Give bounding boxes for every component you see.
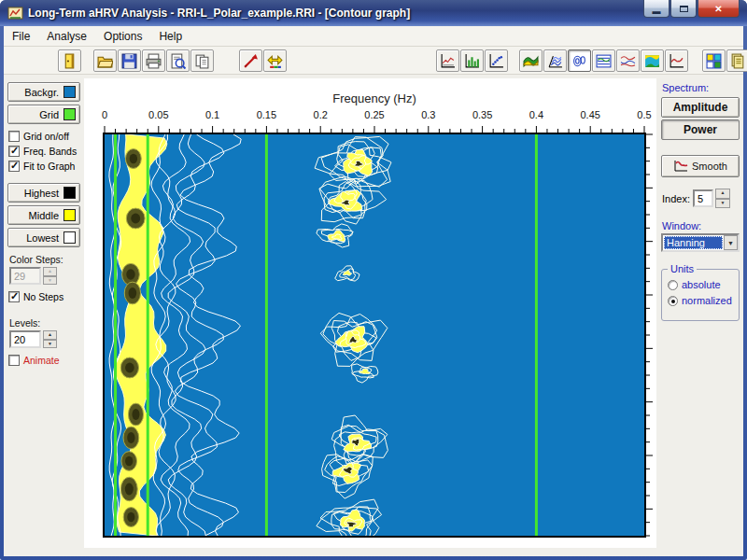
index-down-icon[interactable]: ▼: [715, 199, 730, 209]
bar-chart-view-button[interactable]: [460, 49, 484, 72]
contour-plot: [105, 134, 644, 536]
index-input[interactable]: [693, 189, 713, 207]
lowest-color-button[interactable]: Lowest: [7, 228, 80, 247]
levels-spinner[interactable]: ▲▼: [43, 330, 57, 348]
grid-color-swatch: [63, 108, 76, 120]
minimize-button[interactable]: ▬: [643, 0, 669, 18]
amplitude-button[interactable]: Amplitude: [661, 97, 740, 118]
copy-button[interactable]: [190, 49, 214, 72]
menu-options[interactable]: Options: [95, 27, 150, 46]
preview-button[interactable]: [166, 49, 190, 72]
plot-background: [105, 134, 644, 536]
lf-core-center: [125, 483, 134, 496]
normalized-radio-label: normalized: [682, 295, 732, 306]
animate-box: [8, 355, 20, 366]
window-dropdown[interactable]: Hanning ▼: [661, 233, 740, 252]
middle-button-label: Middle: [29, 210, 59, 221]
levels-down-icon[interactable]: ▼: [43, 340, 57, 349]
animate-checkbox[interactable]: Animate: [8, 355, 60, 366]
window-label: Window:: [662, 220, 701, 231]
absolute-radio-label: absolute: [682, 279, 721, 290]
lf-core-center: [132, 409, 139, 420]
stacked-lines-view-button[interactable]: [592, 49, 615, 72]
close-button[interactable]: ✕: [698, 0, 740, 18]
surface-3d-view-button[interactable]: [519, 49, 543, 72]
fit-to-graph-checkbox[interactable]: Fit to Graph: [8, 161, 75, 172]
maximize-button[interactable]: [670, 0, 697, 18]
units-absolute-radio[interactable]: absolute: [668, 279, 739, 290]
scatter-view-button[interactable]: [485, 49, 508, 72]
levels-up-icon[interactable]: ▲: [43, 330, 57, 340]
save-icon: [121, 53, 137, 69]
power-button[interactable]: Power: [661, 119, 740, 140]
levels-input[interactable]: [9, 330, 41, 348]
normalized-radio-circle: [668, 296, 678, 306]
fit-to-graph-label: Fit to Graph: [23, 161, 75, 172]
waterfall-3d-view-button[interactable]: [543, 49, 567, 72]
lf-core-center: [126, 269, 134, 280]
axis-tick-label: 0.3: [421, 109, 435, 120]
lf-core-center: [125, 363, 134, 373]
filled-contour-view-button[interactable]: [641, 49, 664, 72]
scatter-chart-icon: [488, 53, 504, 69]
print-button[interactable]: [142, 49, 165, 72]
waterfall-3d-icon: [547, 53, 563, 69]
window-title: Long-Term aHRV Analysis - RRI-L_Polar_ex…: [28, 7, 410, 20]
axis-tick-label: 0.35: [472, 109, 492, 120]
multi-line-view-button[interactable]: [616, 49, 640, 72]
freq-bands-label: Freq. Bands: [23, 146, 77, 157]
fit-scale-button[interactable]: [263, 49, 287, 72]
chevron-down-icon[interactable]: ▼: [724, 235, 738, 250]
lf-core-center: [130, 154, 137, 163]
index-label: Index:: [662, 193, 690, 204]
save-button[interactable]: [118, 49, 141, 72]
animate-label: Animate: [23, 355, 60, 366]
lowest-button-label: Lowest: [26, 232, 59, 244]
tile-windows-button[interactable]: [702, 49, 726, 72]
open-button[interactable]: [93, 49, 117, 72]
menu-bar: File Analyse Options Help: [4, 26, 743, 47]
contour-plot-frame: [103, 133, 646, 538]
no-steps-checkbox[interactable]: No Steps: [8, 291, 63, 302]
freq-bands-box: [8, 146, 20, 157]
app-window: Long-Term aHRV Analysis - RRI-L_Polar_ex…: [0, 0, 747, 560]
freq-bands-checkbox[interactable]: Freq. Bands: [8, 146, 77, 157]
right-ruler-ticks: [646, 133, 655, 538]
axis-tick-label: 0.5: [637, 109, 651, 120]
open-folder-icon: [97, 53, 113, 69]
color-steps-label: Color Steps:: [9, 254, 63, 265]
title-bar[interactable]: Long-Term aHRV Analysis - RRI-L_Polar_ex…: [0, 0, 747, 26]
background-color-button[interactable]: Backgr.: [7, 82, 80, 102]
filled-contour-icon: [644, 53, 660, 69]
menu-analyse[interactable]: Analyse: [38, 27, 95, 46]
menu-file[interactable]: File: [4, 27, 38, 46]
units-normalized-radio[interactable]: normalized: [668, 295, 739, 306]
x-axis-ticks: [84, 124, 656, 133]
surface-3d-icon: [523, 53, 539, 69]
color-steps-up-icon: ▲: [43, 267, 57, 276]
contour-view-button[interactable]: [568, 49, 591, 72]
menu-help[interactable]: Help: [150, 27, 190, 46]
grid-onoff-checkbox[interactable]: Grid on/off: [8, 131, 69, 142]
middle-color-button[interactable]: Middle: [7, 205, 80, 225]
axis-tick-label: 0.2: [314, 109, 328, 120]
stacked-lines-icon: [596, 53, 612, 69]
index-spinner[interactable]: ▲▼: [715, 189, 730, 208]
line-chart-view-button[interactable]: [436, 49, 459, 72]
grid-color-button[interactable]: Grid: [7, 105, 80, 124]
color-steps-down-icon: ▼: [43, 276, 57, 286]
highest-color-button[interactable]: Highest: [7, 183, 80, 203]
smoothed-line-view-button[interactable]: [665, 49, 688, 72]
exit-button[interactable]: [58, 49, 81, 72]
smooth-button[interactable]: Smooth: [661, 155, 740, 177]
axis-tick-label: 0.1: [205, 109, 219, 120]
smoothed-line-icon: [669, 53, 684, 69]
line-chart-icon: [440, 53, 456, 69]
axis-tick-label: 0.4: [529, 109, 543, 120]
pointer-dart-button[interactable]: [239, 49, 262, 72]
x-axis-labels: 00.050.10.150.20.250.30.350.40.450.5: [84, 109, 656, 122]
index-up-icon[interactable]: ▲: [715, 189, 730, 199]
grid-onoff-label: Grid on/off: [23, 131, 69, 142]
copy-pages-button[interactable]: [726, 49, 747, 72]
no-steps-box: [8, 291, 20, 302]
